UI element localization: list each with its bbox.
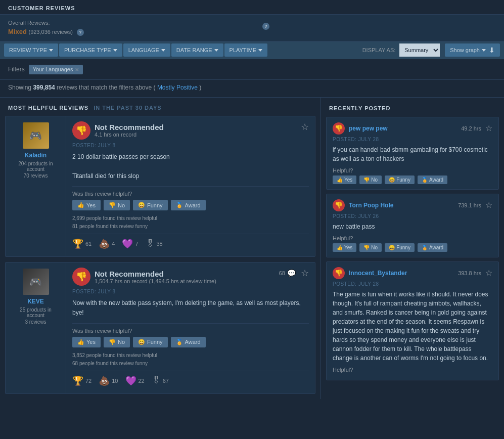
thumbs-up-icon: 👍 [77,202,84,208]
purchase-type-chevron [113,49,117,52]
helpful-buttons: 👍 Yes 👎 No 😄 Funny [72,200,309,210]
thumbs-down-icon: 👎 [363,177,370,183]
recent-value: ? [260,22,496,30]
recent-helpful-buttons: 👍 Yes 👎 No 😄 Funny 🏅 Award [333,175,492,184]
award-item: 🏆 72 [72,375,91,386]
language-filter[interactable]: LANGUAGE [123,43,170,57]
recent-reviewer-name[interactable]: pew pew pew [349,125,388,132]
overall-help-icon[interactable]: ? [77,29,84,36]
star-button[interactable]: ☆ [301,121,309,133]
recent-reviewer-left: 👎 pew pew pew [333,122,388,135]
no-button[interactable]: 👎 No [104,337,130,347]
poop-icon: 💩 [99,375,110,386]
recent-reviewer-name[interactable]: Torn Poop Hole [349,202,393,209]
award-icon: 🏅 [422,245,428,250]
language-tag-remove[interactable]: × [75,66,79,73]
reviewer-sidebar: 🎮 Kaladin 204 products in account 70 rev… [6,116,66,257]
recent-yes-button[interactable]: 👍 Yes [333,175,356,184]
recent-award-button[interactable]: 🏅 Award [418,243,447,252]
recent-star-button[interactable]: ☆ [485,268,492,278]
showing-count: 399,854 [33,84,55,91]
main-content: MOST HELPFUL REVIEWS IN THE PAST 30 DAYS… [0,98,504,399]
no-label: No [371,177,378,183]
verdict-hours: 4.1 hrs on record [95,131,164,138]
display-as-label: DISPLAY AS: [362,47,396,53]
date-range-label: DATE RANGE [176,47,212,53]
recent-award-button[interactable]: 🏅 Award [418,175,447,184]
award-item: 🏆 61 [72,238,91,249]
recent-help-icon[interactable]: ? [262,23,269,30]
recent-hours: 739.1 hrs [458,202,481,208]
funny-icon: 😄 [138,202,145,208]
showing-middle: reviews that match the filters above ( [57,84,155,91]
review-verdict: 👎 Not Recommended 1,504.7 hrs on record … [72,268,216,286]
thumbs-up-icon: 👍 [337,245,343,250]
recent-text: if you can handel bad sbmm gambaling for… [333,145,492,163]
purchase-type-filter[interactable]: PURCHASE TYPE [59,43,122,57]
recent-posted: POSTED: JULY 26 [333,213,492,219]
most-helpful-title: MOST HELPFUL REVIEWS [8,105,88,111]
recent-funny-button[interactable]: 😄 Funny [385,175,415,184]
section-header-title: CUSTOMER REVIEWS [8,5,75,11]
award-label: Award [429,177,443,183]
recent-no-button[interactable]: 👎 No [359,243,382,252]
funny-icon: 😄 [389,177,395,183]
recent-reviewer-row: 👎 pew pew pew 49.2 hrs ☆ [333,122,492,135]
award-count: 67 [163,378,169,384]
helpful-stats: 2,699 people found this review helpful 8… [72,214,309,231]
thumb-down-icon: 👎 [72,121,90,140]
recent-star-button[interactable]: ☆ [485,123,492,133]
show-graph-button[interactable]: Show graph ⬇ [445,43,500,57]
yes-button[interactable]: 👍 Yes [72,200,101,210]
trophy-icon: 🏆 [72,375,83,386]
recent-posted: POSTED: JULY 28 [333,281,492,287]
recent-yes-button[interactable]: 👍 Yes [333,243,356,252]
review-posted: POSTED: JULY 8 [72,143,309,148]
reviewer-name[interactable]: Kaladin [25,152,47,159]
funny-button[interactable]: 😄 Funny [133,337,168,347]
showing-sentiment[interactable]: Mostly Positive [157,84,198,91]
verdict-text: Not Recommended [95,270,216,278]
display-as-select[interactable]: Summary Helpful Recent Funny [399,43,440,57]
award-button[interactable]: 🏅 Award [171,200,206,210]
review-card-inner: 🎮 KEVE 25 products in account 3 reviews … [6,262,315,393]
reviewer-avatar: 🎮 [23,269,49,295]
showing-line: Showing 399,854 reviews that match the f… [0,80,504,98]
no-button[interactable]: 👎 No [104,200,130,210]
award-icon: 🏅 [176,202,183,208]
recent-no-button[interactable]: 👎 No [359,175,382,184]
funny-button[interactable]: 😄 Funny [133,200,168,210]
review-text: 2 10 dollar battle passes per seasonTita… [72,152,309,182]
heart-icon: 💜 [125,375,136,386]
showing-prefix: Showing [8,84,31,91]
recent-reviewer-name[interactable]: Innocent_Bystander [349,270,407,277]
award-item: 💩 4 [99,238,115,249]
recent-text: new battle pass [333,222,492,231]
yes-button[interactable]: 👍 Yes [72,337,101,347]
review-type-filter[interactable]: REVIEW TYPE [4,43,58,57]
language-label: LANGUAGE [128,47,159,53]
funny-count: 68 people found this review funny [72,361,148,366]
review-body: 👎 Not Recommended 4.1 hrs on record ☆ PO… [66,116,315,257]
reviewer-name[interactable]: KEVE [27,298,44,305]
heart-icon: 💜 [122,238,133,249]
recent-funny-button[interactable]: 😄 Funny [385,243,415,252]
funny-label: Funny [147,339,163,345]
award-button[interactable]: 🏅 Award [171,337,206,347]
thumbs-down-icon: 👎 [109,202,116,208]
playtime-filter[interactable]: PLAYTIME [224,43,268,57]
review-divider [72,186,309,187]
recent-star-button[interactable]: ☆ [485,200,492,210]
award-count: 4 [112,241,115,247]
recent-helpful-label: Helpful? [333,235,492,241]
star-button[interactable]: ☆ [301,268,309,279]
date-range-filter[interactable]: DATE RANGE [171,43,223,57]
thumbs-down-icon: 👎 [109,339,116,345]
award-icon: 🏅 [176,339,183,345]
language-chevron [161,49,165,52]
language-tag-label: Your Languages [33,66,73,72]
award-item: 💜 22 [125,375,145,386]
recent-right-meta: 49.2 hrs ☆ [461,123,492,133]
award-icon: 🏅 [422,177,428,183]
recent-helpful-label: Helpful? [333,367,492,373]
